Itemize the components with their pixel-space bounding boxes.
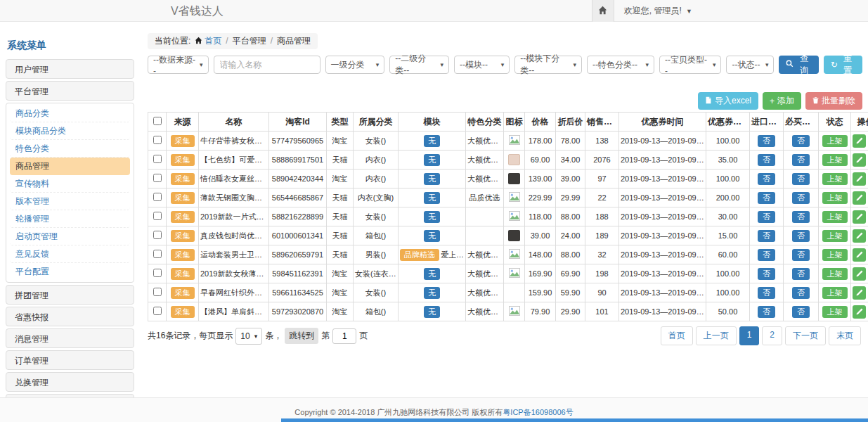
filter-select-module[interactable]: --模块--▾ <box>454 56 510 74</box>
row-checkbox[interactable] <box>153 288 162 296</box>
sidebar-group-用户管理[interactable]: 用户管理 <box>6 59 134 79</box>
row-checkbox[interactable] <box>153 269 162 277</box>
batch-delete-button[interactable]: 批量删除 <box>805 92 862 110</box>
per-page-select[interactable]: 10 ▾ <box>235 328 262 345</box>
status-toggle[interactable]: 上架 <box>822 249 848 261</box>
row-checkbox[interactable] <box>153 250 162 258</box>
must-buy-toggle[interactable]: 否 <box>792 135 810 147</box>
page-button-上一页[interactable]: 上一页 <box>696 326 737 345</box>
edit-button[interactable] <box>853 153 866 167</box>
row-checkbox[interactable] <box>153 307 162 315</box>
imported-toggle[interactable]: 否 <box>758 268 775 280</box>
row-checkbox[interactable] <box>153 155 162 163</box>
imported-toggle[interactable]: 否 <box>758 287 775 299</box>
imported-toggle[interactable]: 否 <box>758 306 775 318</box>
sidebar-item-商品分类[interactable]: 商品分类 <box>10 105 130 122</box>
must-buy-toggle[interactable]: 否 <box>792 173 810 185</box>
status-toggle[interactable]: 上架 <box>822 135 848 147</box>
jump-button[interactable]: 跳转到 <box>285 328 318 344</box>
filter-select-feature-category[interactable]: --特色分类--▾ <box>587 56 654 74</box>
sidebar-item-意见反馈[interactable]: 意见反馈 <box>10 245 130 263</box>
home-button[interactable] <box>592 0 614 22</box>
status-toggle[interactable]: 上架 <box>822 192 848 204</box>
must-buy-toggle[interactable]: 否 <box>792 249 810 261</box>
page-button-末页[interactable]: 末页 <box>829 326 861 345</box>
sidebar-group-平台管理[interactable]: 平台管理 <box>6 81 134 101</box>
imported-toggle[interactable]: 否 <box>758 154 775 166</box>
status-toggle[interactable]: 上架 <box>822 211 848 223</box>
status-toggle[interactable]: 上架 <box>822 287 848 299</box>
page-button-2[interactable]: 2 <box>762 326 782 345</box>
select-all-checkbox[interactable] <box>153 117 162 125</box>
breadcrumb-item-platform[interactable]: 平台管理 <box>233 36 266 46</box>
must-buy-toggle[interactable]: 否 <box>792 192 810 204</box>
sidebar-group-拼团管理[interactable]: 拼团管理 <box>6 285 134 305</box>
edit-button[interactable] <box>853 286 866 300</box>
must-buy-toggle[interactable]: 否 <box>792 154 810 166</box>
status-toggle[interactable]: 上架 <box>822 173 848 185</box>
sidebar-item-平台配置[interactable]: 平台配置 <box>10 263 130 281</box>
reset-button[interactable]: ↻ 重置 <box>824 56 862 74</box>
row-checkbox[interactable] <box>153 174 162 182</box>
sidebar-group-省惠快报[interactable]: 省惠快报 <box>6 307 134 326</box>
must-buy-toggle[interactable]: 否 <box>792 287 810 299</box>
filter-name-input[interactable] <box>214 56 320 74</box>
icp-link[interactable]: 粤ICP备16098006号 <box>503 408 573 416</box>
sidebar-group-兑换管理[interactable]: 兑换管理 <box>6 372 134 392</box>
sidebar-item-特色分类[interactable]: 特色分类 <box>10 140 130 158</box>
sidebar-group-消息管理[interactable]: 消息管理 <box>6 328 134 348</box>
edit-button[interactable] <box>853 172 866 186</box>
must-buy-toggle[interactable]: 否 <box>792 306 810 318</box>
sidebar-item-启动页管理[interactable]: 启动页管理 <box>10 228 130 245</box>
import-excel-button[interactable]: 导入excel <box>698 92 758 110</box>
sidebar-item-宣传物料[interactable]: 宣传物料 <box>10 175 130 193</box>
must-buy-toggle[interactable]: 否 <box>792 230 810 242</box>
status-toggle[interactable]: 上架 <box>822 268 848 280</box>
page-button-下一页[interactable]: 下一页 <box>785 326 826 345</box>
trash-icon <box>812 96 819 106</box>
filter-select-status[interactable]: --状态--▾ <box>726 56 774 74</box>
edit-button[interactable] <box>853 248 866 262</box>
add-button[interactable]: + 添加 <box>763 92 801 110</box>
filter-select-level2-category[interactable]: --二级分类--▾ <box>389 56 449 74</box>
imported-toggle[interactable]: 否 <box>758 135 775 147</box>
edit-button[interactable] <box>853 191 866 205</box>
filter-select-module-subcategory[interactable]: --模块下分类--▾ <box>514 56 582 74</box>
page-button-1[interactable]: 1 <box>739 326 760 345</box>
imported-toggle[interactable]: 否 <box>758 230 775 242</box>
search-button[interactable]: 查询 <box>779 56 818 74</box>
row-checkbox[interactable] <box>153 231 162 239</box>
edit-button[interactable] <box>853 229 866 243</box>
filter-select-data-source[interactable]: --数据来源--▾ <box>148 56 209 74</box>
breadcrumb-home-link[interactable]: 首页 <box>205 36 221 46</box>
edit-button[interactable] <box>853 305 866 319</box>
page-button-首页[interactable]: 首页 <box>661 326 693 345</box>
imported-toggle[interactable]: 否 <box>758 192 775 204</box>
status-toggle[interactable]: 上架 <box>822 154 848 166</box>
filter-select-level1-category[interactable]: 一级分类▾ <box>325 56 385 74</box>
page-number-input[interactable] <box>332 328 356 344</box>
must-buy-toggle[interactable]: 否 <box>792 268 810 280</box>
edit-button[interactable] <box>853 134 866 148</box>
status-toggle[interactable]: 上架 <box>822 230 848 242</box>
sidebar-group-订单管理[interactable]: 订单管理 <box>6 350 134 370</box>
header-right: 欢迎您, 管理员! ▼ <box>592 0 692 22</box>
must-buy-toggle[interactable]: 否 <box>792 211 810 223</box>
edit-button[interactable] <box>853 210 866 224</box>
breadcrumb-item-goods[interactable]: 商品管理 <box>277 36 311 46</box>
status-toggle[interactable]: 上架 <box>822 306 848 318</box>
sidebar-item-商品管理[interactable]: 商品管理 <box>10 158 130 175</box>
row-checkbox[interactable] <box>153 212 162 220</box>
imported-toggle[interactable]: 否 <box>758 249 775 261</box>
edit-button[interactable] <box>853 267 866 281</box>
imported-toggle[interactable]: 否 <box>758 173 775 185</box>
row-checkbox[interactable] <box>153 193 162 201</box>
sidebar-item-轮播管理[interactable]: 轮播管理 <box>10 210 130 228</box>
sidebar-item-版本管理[interactable]: 版本管理 <box>10 193 130 210</box>
row-checkbox[interactable] <box>153 136 162 144</box>
plus-icon: + <box>770 96 775 106</box>
sidebar-item-模块商品分类[interactable]: 模块商品分类 <box>10 122 130 140</box>
user-menu[interactable]: 欢迎您, 管理员! ▼ <box>624 5 692 17</box>
filter-select-item-type[interactable]: --宝贝类型--▾ <box>659 56 721 74</box>
imported-toggle[interactable]: 否 <box>758 211 775 223</box>
